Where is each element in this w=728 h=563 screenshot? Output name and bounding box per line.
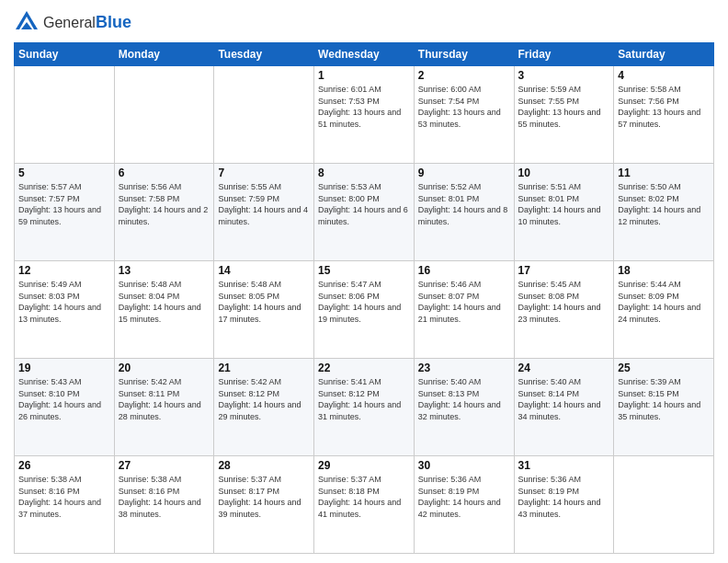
weekday-header-monday: Monday (114, 43, 214, 66)
day-cell-26: 26Sunrise: 5:38 AM Sunset: 8:16 PM Dayli… (15, 456, 115, 554)
empty-cell (114, 66, 214, 164)
day-number: 26 (18, 459, 110, 472)
day-info: Sunrise: 5:48 AM Sunset: 8:05 PM Dayligh… (218, 279, 310, 325)
day-number: 8 (318, 167, 410, 179)
weekday-header-friday: Friday (514, 43, 614, 66)
day-number: 18 (618, 264, 710, 277)
day-number: 2 (418, 69, 510, 82)
day-number: 5 (18, 167, 110, 179)
day-info: Sunrise: 5:49 AM Sunset: 8:03 PM Dayligh… (18, 279, 110, 325)
day-cell-29: 29Sunrise: 5:37 AM Sunset: 8:18 PM Dayli… (314, 456, 415, 554)
day-number: 25 (618, 362, 710, 374)
day-info: Sunrise: 5:37 AM Sunset: 8:18 PM Dayligh… (318, 474, 410, 520)
day-info: Sunrise: 5:51 AM Sunset: 8:01 PM Dayligh… (518, 181, 610, 227)
day-number: 28 (218, 459, 310, 472)
day-cell-28: 28Sunrise: 5:37 AM Sunset: 8:17 PM Dayli… (214, 456, 314, 554)
day-cell-31: 31Sunrise: 5:36 AM Sunset: 8:19 PM Dayli… (514, 456, 614, 554)
calendar-table: SundayMondayTuesdayWednesdayThursdayFrid… (14, 42, 714, 554)
day-number: 6 (119, 167, 210, 179)
day-number: 30 (418, 459, 510, 472)
logo-blue: Blue (96, 13, 131, 32)
day-cell-3: 3Sunrise: 5:59 AM Sunset: 7:55 PM Daylig… (514, 66, 614, 164)
day-info: Sunrise: 5:45 AM Sunset: 8:08 PM Dayligh… (518, 279, 610, 325)
day-number: 16 (418, 264, 510, 277)
day-number: 21 (218, 362, 310, 374)
weekday-header-saturday: Saturday (614, 43, 714, 66)
day-info: Sunrise: 5:44 AM Sunset: 8:09 PM Dayligh… (618, 279, 710, 325)
day-cell-11: 11Sunrise: 5:50 AM Sunset: 8:02 PM Dayli… (614, 164, 714, 261)
logo-area: GeneralBlue (14, 9, 131, 35)
day-number: 15 (318, 264, 410, 277)
day-number: 10 (518, 167, 610, 179)
day-cell-23: 23Sunrise: 5:40 AM Sunset: 8:13 PM Dayli… (414, 359, 514, 456)
day-number: 12 (18, 264, 110, 277)
day-cell-25: 25Sunrise: 5:39 AM Sunset: 8:15 PM Dayli… (614, 359, 714, 456)
logo-text: GeneralBlue (43, 13, 131, 32)
day-number: 11 (618, 167, 710, 179)
week-row-1: 1Sunrise: 6:01 AM Sunset: 7:53 PM Daylig… (15, 66, 714, 164)
day-cell-27: 27Sunrise: 5:38 AM Sunset: 8:16 PM Dayli… (114, 456, 214, 554)
day-number: 9 (418, 167, 510, 179)
day-info: Sunrise: 5:38 AM Sunset: 8:16 PM Dayligh… (18, 474, 110, 520)
header: GeneralBlue (14, 9, 714, 35)
day-info: Sunrise: 5:40 AM Sunset: 8:14 PM Dayligh… (518, 376, 610, 422)
day-number: 13 (119, 264, 210, 277)
day-info: Sunrise: 5:36 AM Sunset: 8:19 PM Dayligh… (418, 474, 510, 520)
day-info: Sunrise: 5:42 AM Sunset: 8:11 PM Dayligh… (119, 376, 210, 422)
day-info: Sunrise: 5:50 AM Sunset: 8:02 PM Dayligh… (618, 181, 710, 227)
weekday-header-thursday: Thursday (414, 43, 514, 66)
day-cell-4: 4Sunrise: 5:58 AM Sunset: 7:56 PM Daylig… (614, 66, 714, 164)
day-info: Sunrise: 5:58 AM Sunset: 7:56 PM Dayligh… (618, 84, 710, 130)
day-number: 29 (318, 459, 410, 472)
day-cell-15: 15Sunrise: 5:47 AM Sunset: 8:06 PM Dayli… (314, 261, 415, 359)
day-number: 17 (518, 264, 610, 277)
day-info: Sunrise: 5:37 AM Sunset: 8:17 PM Dayligh… (218, 474, 310, 520)
day-cell-21: 21Sunrise: 5:42 AM Sunset: 8:12 PM Dayli… (214, 359, 314, 456)
day-cell-5: 5Sunrise: 5:57 AM Sunset: 7:57 PM Daylig… (15, 164, 115, 261)
weekday-header-row: SundayMondayTuesdayWednesdayThursdayFrid… (15, 43, 714, 66)
empty-cell (214, 66, 314, 164)
day-cell-17: 17Sunrise: 5:45 AM Sunset: 8:08 PM Dayli… (514, 261, 614, 359)
day-cell-24: 24Sunrise: 5:40 AM Sunset: 8:14 PM Dayli… (514, 359, 614, 456)
day-info: Sunrise: 5:47 AM Sunset: 8:06 PM Dayligh… (318, 279, 410, 325)
day-info: Sunrise: 5:39 AM Sunset: 8:15 PM Dayligh… (618, 376, 710, 422)
day-cell-14: 14Sunrise: 5:48 AM Sunset: 8:05 PM Dayli… (214, 261, 314, 359)
day-cell-7: 7Sunrise: 5:55 AM Sunset: 7:59 PM Daylig… (214, 164, 314, 261)
day-number: 27 (119, 459, 210, 472)
day-number: 1 (318, 69, 410, 82)
day-cell-30: 30Sunrise: 5:36 AM Sunset: 8:19 PM Dayli… (414, 456, 514, 554)
day-number: 20 (119, 362, 210, 374)
empty-cell (614, 456, 714, 554)
day-number: 7 (218, 167, 310, 179)
day-number: 14 (218, 264, 310, 277)
weekday-header-tuesday: Tuesday (214, 43, 314, 66)
day-info: Sunrise: 5:57 AM Sunset: 7:57 PM Dayligh… (18, 181, 110, 227)
day-cell-16: 16Sunrise: 5:46 AM Sunset: 8:07 PM Dayli… (414, 261, 514, 359)
day-cell-20: 20Sunrise: 5:42 AM Sunset: 8:11 PM Dayli… (114, 359, 214, 456)
day-cell-1: 1Sunrise: 6:01 AM Sunset: 7:53 PM Daylig… (314, 66, 415, 164)
logo-general: General (43, 15, 96, 31)
day-info: Sunrise: 5:56 AM Sunset: 7:58 PM Dayligh… (119, 181, 210, 227)
day-cell-10: 10Sunrise: 5:51 AM Sunset: 8:01 PM Dayli… (514, 164, 614, 261)
day-cell-6: 6Sunrise: 5:56 AM Sunset: 7:58 PM Daylig… (114, 164, 214, 261)
day-cell-9: 9Sunrise: 5:52 AM Sunset: 8:01 PM Daylig… (414, 164, 514, 261)
day-info: Sunrise: 6:00 AM Sunset: 7:54 PM Dayligh… (418, 84, 510, 130)
week-row-4: 19Sunrise: 5:43 AM Sunset: 8:10 PM Dayli… (15, 359, 714, 456)
day-number: 24 (518, 362, 610, 374)
day-cell-2: 2Sunrise: 6:00 AM Sunset: 7:54 PM Daylig… (414, 66, 514, 164)
day-number: 31 (518, 459, 610, 472)
day-number: 23 (418, 362, 510, 374)
day-info: Sunrise: 5:42 AM Sunset: 8:12 PM Dayligh… (218, 376, 310, 422)
week-row-5: 26Sunrise: 5:38 AM Sunset: 8:16 PM Dayli… (15, 456, 714, 554)
day-info: Sunrise: 5:40 AM Sunset: 8:13 PM Dayligh… (418, 376, 510, 422)
day-cell-19: 19Sunrise: 5:43 AM Sunset: 8:10 PM Dayli… (15, 359, 115, 456)
day-cell-13: 13Sunrise: 5:48 AM Sunset: 8:04 PM Dayli… (114, 261, 214, 359)
day-info: Sunrise: 5:43 AM Sunset: 8:10 PM Dayligh… (18, 376, 110, 422)
day-info: Sunrise: 5:52 AM Sunset: 8:01 PM Dayligh… (418, 181, 510, 227)
weekday-header-sunday: Sunday (15, 43, 115, 66)
day-info: Sunrise: 5:48 AM Sunset: 8:04 PM Dayligh… (119, 279, 210, 325)
day-number: 19 (18, 362, 110, 374)
day-number: 4 (618, 69, 710, 82)
day-cell-12: 12Sunrise: 5:49 AM Sunset: 8:03 PM Dayli… (15, 261, 115, 359)
page: GeneralBlue SundayMondayTuesdayWednesday… (0, 0, 728, 563)
